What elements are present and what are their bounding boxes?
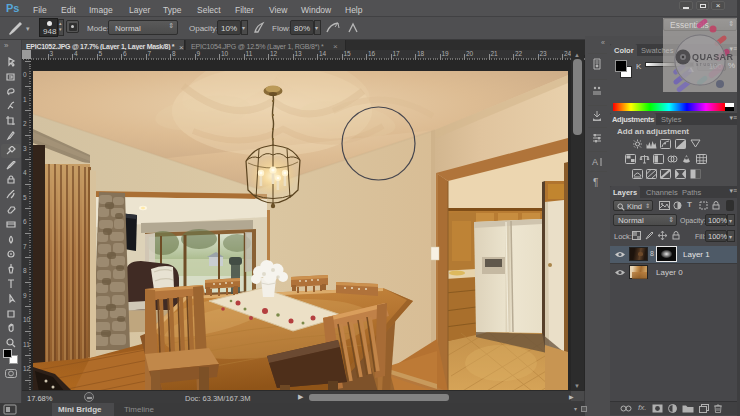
svg-text:QUASAR: QUASAR [692, 52, 734, 62]
svg-text:STUDIO: STUDIO [696, 63, 718, 67]
svg-text:A: A [592, 157, 598, 167]
svg-text:¶: ¶ [593, 177, 598, 188]
